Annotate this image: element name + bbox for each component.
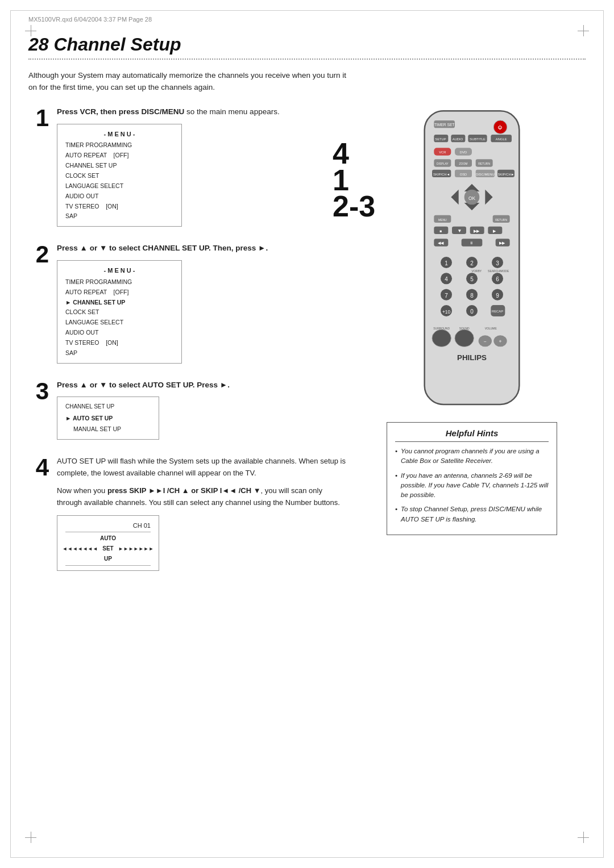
menu-1-item-5: LANGUAGE SELECT [65,181,173,191]
step-3-content: Press ▲ or ▼ to select AUTO SET UP. Pres… [57,379,347,440]
step-1-menu: - M E N U - TIMER PROGRAMMING AUTO REPEA… [57,124,182,227]
hint-2: If you have an antenna, channels 2-69 wi… [395,471,549,500]
step-number-2: 2 [28,243,49,266]
step-3-instruction: Press ▲ or ▼ to select AUTO SET UP. Pres… [57,379,347,391]
step-2-menu: - M E N U - TIMER PROGRAMMING AUTO REPEA… [57,260,182,363]
remote-brand: PHILIPS [457,353,487,362]
side-numbers: 4 1 2-3 [333,140,375,220]
menu-2-item-7: TV STEREO [ON] [65,338,173,348]
menu-1-item-7: TV STEREO [ON] [65,202,173,212]
svg-text:AUDIO: AUDIO [453,137,463,141]
hint-1: You cannot program channels if you are u… [395,446,549,466]
channel-menu-item-2: MANUAL SET UP [65,424,151,435]
svg-text:⏸: ⏸ [470,241,474,245]
ch-autosetup: ◄◄◄◄◄◄◄ AUTO SET UP ►►►►►►► [65,532,151,566]
svg-text:6: 6 [496,276,499,282]
svg-text:1: 1 [445,260,448,266]
step-4-text2: Now when you press SKIP ►►I /CH ▲ or SKI… [57,485,347,509]
menu-2-item-4: CLOCK SET [65,307,173,318]
step-1-content: Press VCR, then press DISC/MENU so the m… [57,106,347,227]
svg-text:DVD: DVD [460,151,467,154]
auto-setup-label: AUTO SET UP [100,533,116,564]
menu-2-title: - M E N U - [65,265,173,276]
header: MX5100VR.qxd 6/04/2004 3:37 PM Page 28 [28,16,586,23]
menu-2-item-6: AUDIO OUT [65,328,173,338]
svg-text:TIMER SET: TIMER SET [434,123,455,127]
menu-2-item-1: TIMER PROGRAMMING [65,277,173,287]
svg-text:RECAP: RECAP [492,310,503,313]
main-columns: 1 Press VCR, then press DISC/MENU so the… [28,106,586,581]
svg-text:0: 0 [470,308,474,315]
svg-text:▶▶: ▶▶ [499,241,505,245]
svg-text:MENU: MENU [438,218,447,222]
svg-text:OSD: OSD [460,173,467,176]
step-3-channel-menu: CHANNEL SET UP AUTO SET UP MANUAL SET UP [57,397,159,440]
svg-text:−: − [484,339,487,344]
intro-text: Although your System may automatically m… [28,70,347,94]
step-4-content: AUTO SET UP will flash while the System … [57,456,347,571]
svg-text:VCR: VCR [439,151,446,154]
step-1: 1 Press VCR, then press DISC/MENU so the… [28,106,347,227]
ch-display-box: CH 01 ◄◄◄◄◄◄◄ AUTO SET UP ►►►►►►► [57,515,159,571]
svg-text:+: + [499,339,502,344]
menu-2-item-5: LANGUAGE SELECT [65,318,173,328]
channel-menu-title: CHANNEL SET UP [65,402,151,412]
step-1-instruction: Press VCR, then press DISC/MENU so the m… [57,106,347,118]
step-number-4: 4 [28,456,49,479]
svg-text:SETUP: SETUP [435,137,446,141]
left-column: 1 Press VCR, then press DISC/MENU so the… [28,106,347,581]
svg-text:◀◀: ◀◀ [438,241,444,245]
svg-text:DISC/MENU: DISC/MENU [476,173,495,176]
progress-left: ◄◄◄◄◄◄◄ [63,544,98,553]
svg-text:ANGLE: ANGLE [496,137,507,141]
remote-control: TIMER SET ⏻ SETUP AUDIO SUBTITLE ANGLE [415,106,529,411]
svg-text:5: 5 [470,276,474,282]
svg-text:SEARCH/MODE: SEARCH/MODE [488,269,509,273]
step-number-1: 1 [28,106,49,130]
svg-point-85 [455,329,474,347]
svg-text:⏻: ⏻ [498,125,502,130]
step-4-text1: AUTO SET UP will flash while the System … [57,456,347,479]
svg-text:VORBY: VORBY [472,269,482,273]
content-area: 28 Channel Setup Although your System ma… [28,34,586,845]
svg-text:■: ■ [439,229,442,233]
svg-text:OK: OK [468,195,475,201]
helpful-hints-title: Helpful Hints [395,428,549,442]
svg-text:SKIP/CH◄: SKIP/CH◄ [433,173,450,176]
menu-1-item-2: AUTO REPEAT [OFF] [65,151,173,161]
step-4: 4 AUTO SET UP will flash while the Syste… [28,456,347,571]
step-2-instruction: Press ▲ or ▼ to select CHANNEL SET UP. T… [57,243,347,254]
svg-point-84 [432,329,451,347]
svg-text:▼: ▼ [457,228,462,233]
remote-svg: TIMER SET ⏻ SETUP AUDIO SUBTITLE ANGLE [415,106,529,409]
ch-number: CH 01 [65,520,151,532]
svg-text:9: 9 [496,293,499,299]
menu-1-item-8: SAP [65,211,173,222]
progress-right: ►►►►►►► [118,544,154,553]
menu-1-item-3: CHANNEL SET UP [65,161,173,171]
svg-text:RETURN: RETURN [478,162,490,165]
svg-text:DISPLAY: DISPLAY [437,162,449,165]
side-number-1: 1 [333,167,375,194]
svg-text:2: 2 [470,260,474,266]
helpful-hints: Helpful Hints You cannot program channel… [387,422,557,535]
menu-1-item-6: AUDIO OUT [65,191,173,202]
menu-2-item-3: CHANNEL SET UP [65,298,173,308]
menu-1-item-4: CLOCK SET [65,171,173,181]
svg-text:7: 7 [445,293,448,299]
svg-text:▶▶: ▶▶ [474,229,480,233]
svg-text:+10: +10 [442,309,450,315]
step-3: 3 Press ▲ or ▼ to select AUTO SET UP. Pr… [28,379,347,440]
menu-1-title: - M E N U - [65,129,173,140]
hint-3: To stop Channel Setup, press DISC/MENU w… [395,504,549,524]
step-number-3: 3 [28,379,49,403]
channel-menu-item-1: AUTO SET UP [65,413,151,424]
side-number-23: 2-3 [333,193,375,220]
svg-text:4: 4 [445,276,448,282]
step-2: 2 Press ▲ or ▼ to select CHANNEL SET UP.… [28,243,347,363]
svg-text:SUBTITLE: SUBTITLE [470,137,486,141]
step-2-content: Press ▲ or ▼ to select CHANNEL SET UP. T… [57,243,347,363]
title-divider [28,59,586,60]
page-title: 28 Channel Setup [28,34,586,55]
file-info: MX5100VR.qxd 6/04/2004 3:37 PM Page 28 [28,16,152,23]
